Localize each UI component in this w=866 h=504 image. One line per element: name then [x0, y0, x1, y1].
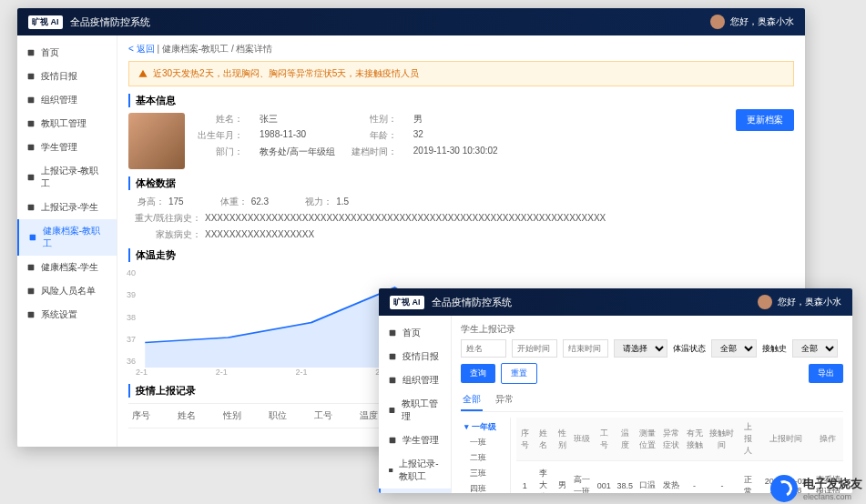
breadcrumb-seg1: 健康档案-教职工 [162, 44, 229, 54]
avatar-icon [758, 295, 772, 309]
svg-rect-15 [390, 438, 396, 444]
svg-rect-3 [28, 121, 35, 127]
sidebar-item[interactable]: 健康档案-教职工 [17, 219, 117, 256]
back-link[interactable]: < 返回 [128, 44, 155, 54]
sex-select[interactable]: 请选择 [614, 339, 667, 358]
window-header: 旷视 AI 全品疫情防控系统 您好，奥森小水 [17, 8, 805, 35]
sidebar-item[interactable]: 风险人员名单 [17, 279, 117, 303]
user-greeting: 您好，奥森小水 [778, 296, 841, 308]
app-title: 全品疫情防控系统 [432, 296, 512, 309]
svg-rect-12 [390, 354, 396, 360]
class-tree[interactable]: ▾ 一年级一班二班三班四班五班二年级三年级四年级 [461, 418, 511, 493]
user-area[interactable]: 您好，奥森小水 [758, 295, 841, 309]
sidebar-item[interactable]: 系统设置 [17, 303, 117, 327]
sidebar-item[interactable]: 教职工管理 [17, 112, 117, 136]
svg-rect-0 [28, 50, 35, 56]
svg-rect-14 [389, 408, 394, 413]
sidebar-item[interactable]: 上报记录-学生 [379, 489, 451, 493]
sidebar-item[interactable]: 上报记录-教职工 [379, 452, 451, 489]
search-button[interactable]: 查询 [461, 364, 495, 383]
app-title: 全品疫情防控系统 [70, 15, 150, 29]
sidebar-item[interactable]: 疫情日报 [379, 345, 451, 368]
sidebar-item[interactable]: 组织管理 [379, 368, 451, 392]
sidebar-item[interactable]: 疫情日报 [17, 65, 117, 88]
contact-select[interactable]: 全部 [792, 339, 838, 358]
filter-toolbar: 请选择 体温状态 全部 接触史 全部 查询 重置 导出 [461, 339, 843, 384]
sidebar-item[interactable]: 学生管理 [379, 428, 451, 452]
sidebar-item[interactable]: 健康档案-学生 [17, 256, 117, 279]
sidebar-item[interactable]: 首页 [379, 321, 451, 345]
sidebar-item[interactable]: 首页 [17, 41, 117, 65]
svg-rect-11 [390, 330, 396, 337]
watermark: 电子发烧友 elecfans.com [770, 475, 862, 502]
reset-button[interactable]: 重置 [501, 363, 537, 384]
sidebar: 首页疫情日报组织管理教职工管理学生管理上报记录-教职工上报记录-学生健康档案-教… [379, 316, 452, 493]
svg-rect-9 [28, 288, 35, 295]
svg-rect-10 [28, 312, 35, 318]
app-logo: 旷视 AI [28, 15, 63, 29]
section-basic-title: 基本信息 [128, 94, 794, 107]
tabs: 全部 异常 [461, 389, 843, 412]
temp-select[interactable]: 全部 [711, 339, 757, 358]
app-logo: 旷视 AI [390, 296, 424, 309]
svg-rect-8 [28, 265, 35, 271]
svg-rect-13 [390, 378, 396, 384]
end-date-input[interactable] [563, 339, 608, 358]
sidebar-item[interactable]: 组织管理 [17, 88, 117, 112]
export-button[interactable]: 导出 [809, 364, 843, 383]
page-title: 学生上报记录 [461, 323, 843, 336]
window-header: 旷视 AI 全品疫情防控系统 您好，奥森小水 [379, 288, 852, 316]
sidebar-item[interactable]: 上报记录-学生 [17, 196, 117, 219]
user-greeting: 您好，奥森小水 [730, 15, 794, 28]
tab-all[interactable]: 全部 [461, 389, 483, 411]
svg-rect-5 [28, 175, 35, 181]
start-date-input[interactable] [512, 339, 557, 358]
svg-rect-2 [28, 97, 35, 104]
user-area[interactable]: 您好，奥森小水 [710, 15, 794, 29]
list-window: 旷视 AI 全品疫情防控系统 您好，奥森小水 首页疫情日报组织管理教职工管理学生… [379, 288, 852, 493]
tab-abnormal[interactable]: 异常 [494, 389, 515, 411]
name-input[interactable] [461, 339, 506, 358]
svg-rect-7 [30, 235, 36, 240]
svg-rect-1 [28, 74, 35, 80]
breadcrumb: < 返回 | 健康档案-教职工 / 档案详情 [128, 43, 794, 55]
watermark-icon [770, 475, 798, 502]
sidebar-item[interactable]: 上报记录-教职工 [17, 159, 117, 196]
update-button[interactable]: 更新档案 [736, 109, 794, 131]
section-trend-title: 体温走势 [128, 248, 794, 262]
sidebar-item[interactable]: 学生管理 [17, 136, 117, 159]
section-phys-title: 体检数据 [128, 176, 794, 190]
svg-rect-6 [28, 205, 35, 211]
avatar-icon [710, 15, 725, 29]
portrait-photo [128, 113, 185, 169]
svg-rect-16 [389, 469, 392, 472]
sidebar-item[interactable]: 教职工管理 [379, 392, 451, 428]
basic-info-grid: 姓名：张三 性别：男 出生年月：1988-11-30 年龄：32 部门：教务处/… [198, 113, 498, 158]
sidebar: 首页疫情日报组织管理教职工管理学生管理上报记录-教职工上报记录-学生健康档案-教… [17, 35, 117, 447]
alert-banner: 近30天发热2天，出现胸闷、胸闷等异常症状5天，未接触疫情人员 [128, 61, 794, 86]
svg-rect-4 [28, 145, 35, 151]
warning-icon [138, 69, 148, 78]
breadcrumb-seg2: 档案详情 [236, 44, 272, 54]
